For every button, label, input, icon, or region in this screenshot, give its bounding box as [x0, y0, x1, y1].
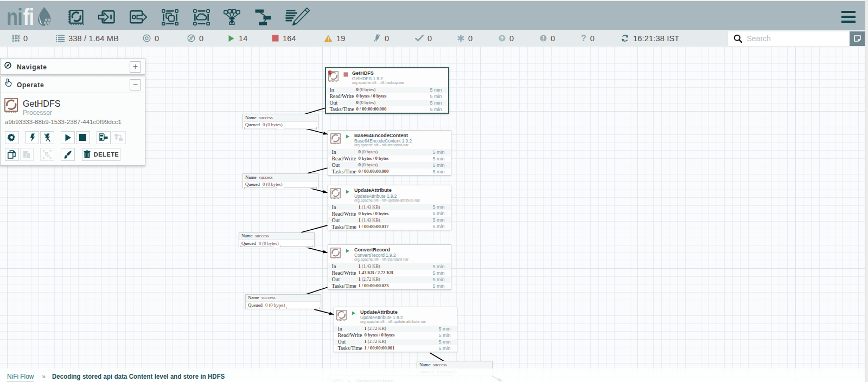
svg-text:fi: fi	[23, 4, 34, 28]
svg-text:ni: ni	[7, 4, 22, 28]
